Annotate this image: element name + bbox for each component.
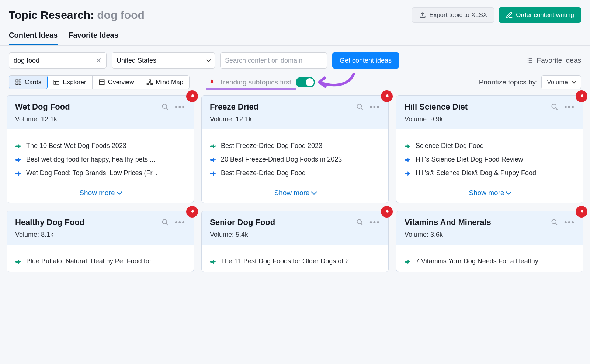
- more-icon[interactable]: •••: [175, 102, 185, 112]
- content-item-text: Wet Dog Food: Top Brands, Low Prices (Fr…: [26, 169, 157, 177]
- show-more-button[interactable]: Show more: [7, 184, 194, 203]
- topic-card: Hill Science Diet•••Volume: 9.9kScience …: [396, 95, 583, 203]
- megaphone-icon: [15, 258, 22, 265]
- order-label: Order content writing: [516, 11, 574, 19]
- favorite-ideas-link[interactable]: Favorite Ideas: [526, 56, 581, 65]
- card-title: Vitamins And Minerals: [405, 218, 491, 227]
- view-overview-button[interactable]: Overview: [93, 76, 140, 89]
- trending-badge: [576, 90, 587, 102]
- trending-badge: [576, 206, 587, 218]
- topic-card: Wet Dog Food•••Volume: 12.1kThe 10 Best …: [7, 95, 194, 203]
- svg-rect-0: [16, 80, 18, 82]
- chevron-down-icon: [570, 79, 576, 86]
- megaphone-icon: [405, 143, 411, 149]
- card-title: Freeze Dried: [210, 102, 258, 112]
- domain-search-input[interactable]: Search content on domain: [220, 52, 327, 69]
- view-mindmap-button[interactable]: Mind Map: [140, 76, 190, 89]
- get-content-ideas-button[interactable]: Get content ideas: [332, 52, 399, 69]
- megaphone-icon: [210, 156, 216, 163]
- megaphone-icon: [210, 258, 216, 265]
- more-icon[interactable]: •••: [175, 218, 185, 227]
- view-cards-button[interactable]: Cards: [9, 75, 48, 89]
- content-item[interactable]: 20 Best Freeze-Dried Dog Foods in 2023: [210, 153, 380, 166]
- card-title: Wet Dog Food: [15, 102, 70, 112]
- more-icon[interactable]: •••: [564, 218, 575, 227]
- content-item[interactable]: Science Diet Dog Food: [405, 139, 575, 153]
- page-title: Topic Research: dog food: [9, 9, 145, 21]
- list-icon: [526, 57, 533, 64]
- edit-icon: [506, 11, 513, 19]
- search-icon[interactable]: [356, 103, 364, 111]
- view-overview-label: Overview: [108, 79, 134, 86]
- content-item[interactable]: The 11 Best Dog Foods for Older Dogs of …: [210, 254, 380, 268]
- search-icon[interactable]: [551, 219, 558, 226]
- svg-rect-6: [149, 80, 150, 81]
- show-more-button[interactable]: Show more: [202, 184, 388, 203]
- card-volume: Volume: 5.4k: [210, 231, 380, 239]
- topic-card: Freeze Dried•••Volume: 12.1kBest Freeze-…: [201, 95, 389, 203]
- card-title: Senior Dog Food: [210, 218, 275, 227]
- trending-label: Trending subtopics first: [219, 78, 291, 86]
- view-explorer-label: Explorer: [63, 79, 86, 86]
- content-item-text: Best Freeze-Dried Dog Food 2023: [221, 142, 322, 150]
- content-item[interactable]: Hill's Science Diet Dog Food Review: [405, 153, 575, 166]
- view-explorer-button[interactable]: Explorer: [47, 76, 92, 89]
- svg-rect-1: [19, 80, 21, 82]
- search-icon[interactable]: [356, 219, 364, 226]
- tab-content-ideas[interactable]: Content Ideas: [9, 31, 58, 45]
- export-button[interactable]: Export topic to XLSX: [412, 7, 494, 23]
- mindmap-icon: [146, 79, 153, 86]
- content-item-text: 20 Best Freeze-Dried Dog Foods in 2023: [221, 156, 342, 163]
- annotation-underline: [206, 88, 296, 90]
- content-item[interactable]: 7 Vitamins Your Dog Needs For a Healthy …: [405, 254, 575, 268]
- content-item-text: Hill's Science Diet Dog Food Review: [416, 156, 523, 163]
- topic-input[interactable]: dog food ✕: [9, 52, 107, 69]
- content-item-text: Best wet dog food for happy, healthy pet…: [26, 156, 155, 163]
- megaphone-icon: [15, 156, 22, 163]
- svg-point-11: [552, 104, 556, 109]
- content-item[interactable]: Best Freeze-Dried Dog Food 2023: [210, 139, 380, 153]
- content-item[interactable]: The 10 Best Wet Dog Foods 2023: [15, 139, 185, 153]
- search-icon[interactable]: [162, 219, 169, 226]
- more-icon[interactable]: •••: [369, 102, 380, 112]
- content-item[interactable]: Hill's® Science Diet® Dog & Puppy Food: [405, 166, 575, 180]
- topic-card: Senior Dog Food•••Volume: 5.4kThe 11 Bes…: [201, 211, 389, 272]
- megaphone-icon: [405, 258, 411, 265]
- more-icon[interactable]: •••: [369, 218, 380, 227]
- content-item[interactable]: Wet Dog Food: Top Brands, Low Prices (Fr…: [15, 166, 185, 180]
- overview-icon: [98, 79, 105, 86]
- trending-toggle[interactable]: [296, 77, 315, 87]
- content-item[interactable]: Blue Buffalo: Natural, Healthy Pet Food …: [15, 254, 185, 268]
- svg-rect-2: [16, 83, 18, 85]
- country-select[interactable]: United States: [112, 52, 215, 69]
- card-volume: Volume: 8.1k: [15, 231, 185, 239]
- svg-point-13: [357, 220, 361, 224]
- topic-card: Vitamins And Minerals•••Volume: 3.6k7 Vi…: [396, 211, 583, 272]
- megaphone-icon: [405, 156, 411, 163]
- content-item[interactable]: Best Freeze-Dried Dog Food: [210, 166, 380, 180]
- prioritize-select[interactable]: Volume: [541, 75, 581, 89]
- view-switcher: Cards Explorer Overview Mind Map: [9, 75, 190, 89]
- megaphone-icon: [210, 170, 216, 177]
- card-title: Hill Science Diet: [405, 102, 468, 112]
- show-more-button[interactable]: Show more: [396, 184, 583, 203]
- content-item[interactable]: Best wet dog food for happy, healthy pet…: [15, 153, 185, 166]
- prioritize-label: Prioritize topics by:: [479, 78, 538, 86]
- trending-badge: [186, 206, 198, 218]
- fire-icon: [208, 79, 215, 86]
- favorite-ideas-label: Favorite Ideas: [537, 56, 581, 65]
- clear-topic-icon[interactable]: ✕: [96, 56, 102, 65]
- explorer-icon: [53, 79, 60, 86]
- search-icon[interactable]: [551, 103, 558, 111]
- content-item-text: The 10 Best Wet Dog Foods 2023: [26, 142, 126, 150]
- search-icon[interactable]: [162, 103, 169, 111]
- chevron-down-icon: [205, 57, 210, 65]
- svg-rect-8: [151, 83, 153, 85]
- tab-favorite-ideas[interactable]: Favorite Ideas: [69, 31, 118, 45]
- export-label: Export topic to XLSX: [429, 11, 487, 19]
- megaphone-icon: [15, 170, 22, 177]
- more-icon[interactable]: •••: [564, 102, 575, 112]
- svg-rect-5: [99, 80, 104, 85]
- content-item-text: Science Diet Dog Food: [416, 142, 484, 150]
- order-content-button[interactable]: Order content writing: [499, 7, 581, 23]
